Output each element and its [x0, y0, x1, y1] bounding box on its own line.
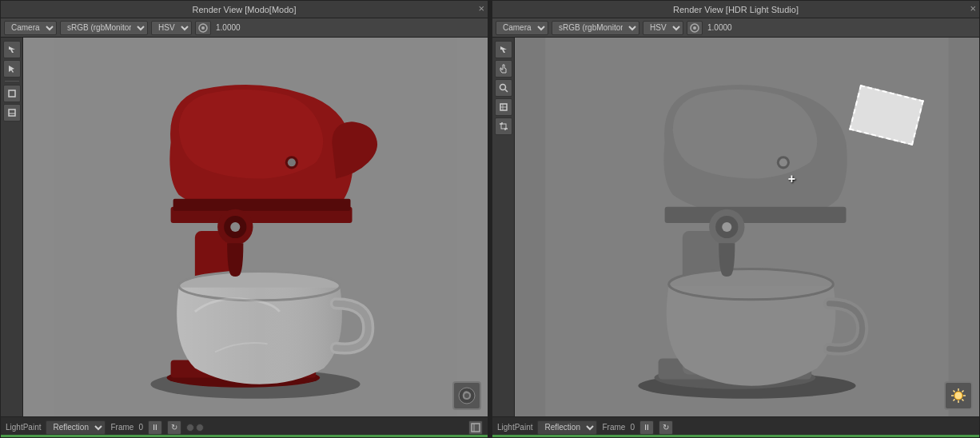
right-sun-icon[interactable]	[944, 381, 973, 410]
left-render-icon[interactable]	[452, 381, 481, 410]
left-titlebar: Render View [Modo[Modo] ×	[1, 1, 488, 18]
right-exposure-value: 1.0000	[707, 23, 732, 32]
svg-point-44	[722, 222, 731, 232]
right-frame-label: Frame	[602, 423, 625, 432]
right-mixer-svg	[515, 38, 979, 416]
right-panel-content: +	[492, 38, 979, 416]
right-progress-fill	[492, 435, 979, 437]
right-close-button[interactable]: ×	[970, 3, 976, 14]
left-toolbar: Camera sRGB (rgbMonitor) HSV 1.0000	[1, 18, 488, 38]
left-status-dots	[186, 424, 204, 432]
right-camera-dropdown[interactable]: Camera	[496, 21, 548, 35]
left-tool-square2[interactable]	[3, 104, 21, 121]
left-expand-button[interactable]	[468, 420, 483, 435]
left-side-toolbar	[1, 38, 23, 416]
right-progress-bar	[492, 435, 979, 437]
svg-rect-21	[472, 424, 480, 432]
right-lightpaint-label: LightPaint	[497, 423, 532, 432]
right-tool-magnifier[interactable]	[495, 79, 512, 97]
svg-rect-39	[665, 207, 847, 223]
left-progress-bar	[1, 435, 488, 437]
right-titlebar: Render View [HDR Light Studio] ×	[492, 1, 979, 18]
left-progress-fill	[1, 435, 488, 437]
right-side-toolbar	[492, 38, 515, 416]
left-frame-value: 0	[138, 423, 143, 432]
svg-line-54	[954, 399, 955, 400]
left-hdr-button[interactable]	[195, 21, 211, 35]
right-viewport: +	[515, 38, 979, 416]
right-tool-arrow[interactable]	[495, 41, 512, 58]
left-colorspace-dropdown[interactable]: sRGB (rgbMonitor)	[60, 21, 148, 35]
svg-rect-15	[173, 199, 351, 211]
svg-point-1	[201, 26, 205, 30]
left-close-button[interactable]: ×	[478, 3, 484, 14]
left-dot-2	[196, 424, 204, 432]
left-tool-select[interactable]	[3, 60, 21, 78]
right-frame-value: 0	[630, 423, 635, 432]
left-tool-square1[interactable]	[3, 85, 21, 102]
left-reflection-dropdown[interactable]: Reflection	[46, 420, 106, 435]
left-panel-title: Render View [Modo[Modo]	[192, 5, 296, 14]
right-tool-crop[interactable]	[495, 117, 512, 135]
svg-point-25	[500, 85, 505, 90]
svg-line-26	[505, 90, 508, 92]
svg-rect-3	[9, 110, 15, 116]
left-mixer-svg	[23, 38, 488, 416]
svg-rect-2	[9, 90, 15, 97]
left-dot-1	[186, 424, 194, 432]
left-render-panel: Render View [Modo[Modo] × Camera sRGB (r…	[0, 0, 488, 438]
left-viewport	[23, 38, 488, 416]
left-divider-1	[5, 81, 19, 82]
left-lightpaint-label: LightPaint	[6, 423, 41, 432]
left-pause-button[interactable]: ⏸	[148, 420, 162, 435]
right-render-panel: Render View [HDR Light Studio] × Camera …	[492, 0, 980, 438]
svg-point-41	[779, 158, 787, 166]
left-frame-label: Frame	[110, 423, 133, 432]
svg-rect-30	[501, 124, 506, 129]
left-camera-dropdown[interactable]: Camera	[4, 21, 57, 35]
right-tool-frame[interactable]	[495, 98, 512, 116]
left-statusbar: LightPaint Reflection Frame 0 ⏸ ↻	[1, 416, 488, 437]
left-tool-arrow[interactable]	[3, 41, 21, 58]
right-pause-button[interactable]: ⏸	[639, 420, 654, 435]
right-tool-hand[interactable]	[495, 60, 512, 78]
right-panel-title: Render View [HDR Light Studio]	[673, 5, 799, 14]
right-mode-dropdown[interactable]: HSV	[643, 21, 683, 35]
svg-line-53	[962, 391, 963, 392]
svg-line-51	[954, 391, 955, 392]
svg-point-14	[288, 158, 296, 166]
right-refresh-button[interactable]: ↻	[659, 420, 673, 435]
left-mode-dropdown[interactable]: HSV	[151, 21, 192, 35]
left-exposure-value: 1.0000	[216, 23, 241, 32]
right-toolbar: Camera sRGB (rgbMonitor) HSV 1.0000	[492, 18, 979, 38]
svg-point-18	[230, 222, 240, 232]
svg-point-20	[464, 393, 469, 398]
right-hdr-button[interactable]	[687, 21, 703, 35]
svg-point-24	[693, 26, 696, 30]
right-colorspace-dropdown[interactable]: sRGB (rgbMonitor)	[552, 21, 639, 35]
svg-point-46	[954, 392, 962, 400]
crosshair-indicator: +	[788, 172, 795, 186]
right-statusbar: LightPaint Reflection Frame 0 ⏸ ↻	[492, 416, 979, 437]
left-panel-content	[1, 38, 488, 416]
right-reflection-dropdown[interactable]: Reflection	[537, 420, 597, 435]
left-refresh-button[interactable]: ↻	[167, 420, 181, 435]
svg-line-52	[962, 399, 963, 400]
